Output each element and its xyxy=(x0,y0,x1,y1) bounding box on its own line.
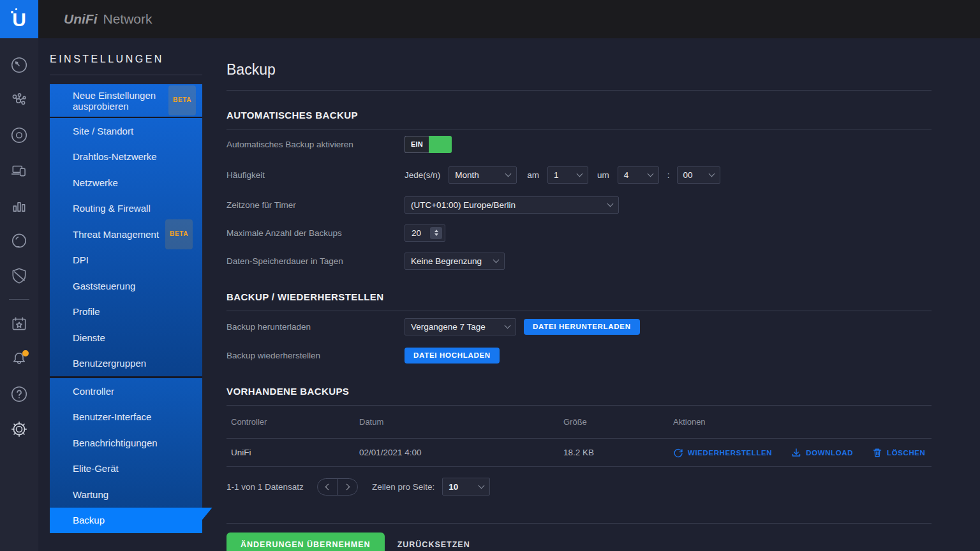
nav-item-threat-management[interactable]: Threat Management BETA xyxy=(50,221,202,247)
brand-unifi: UniFi xyxy=(64,11,98,27)
minute-select[interactable]: 00 xyxy=(677,166,720,184)
nav-item-wartung[interactable]: Wartung xyxy=(50,481,202,508)
chevron-down-icon xyxy=(607,200,614,207)
reset-button[interactable]: ZURÜCKSETZEN xyxy=(385,540,483,549)
nav-item-gaststeuerung[interactable]: Gaststeuerung xyxy=(50,273,202,299)
nav-item-netzwerke[interactable]: Netzwerke xyxy=(50,170,202,196)
backups-table-header: Controller Datum Größe Aktionen xyxy=(226,406,932,439)
auto-backup-enable-label: Automatisches Backup aktivieren xyxy=(226,140,405,149)
help-icon[interactable] xyxy=(0,376,38,411)
timezone-label: Zeitzone für Timer xyxy=(226,200,405,210)
devices-icon[interactable] xyxy=(0,117,38,152)
footer-actions: ÄNDERUNGEN ÜBERNEHMEN ZURÜCKSETZEN xyxy=(226,533,932,551)
step-up-icon xyxy=(434,230,438,232)
column-header-date: Datum xyxy=(359,417,563,427)
chevron-down-icon xyxy=(493,256,500,263)
settings-nav-menu: Neue Einstellungen ausprobieren BETA Sit… xyxy=(50,84,202,533)
nav-item-dienste[interactable]: Dienste xyxy=(50,325,202,351)
nav-section-1: Neue Einstellungen ausprobieren BETA Sit… xyxy=(50,84,202,376)
download-action-button[interactable]: DOWNLOAD xyxy=(791,448,853,458)
dashboard-icon[interactable] xyxy=(0,47,38,82)
icon-rail xyxy=(0,38,38,551)
at-label: um xyxy=(597,170,609,180)
section-heading-existing-backups: VORHANDENE BACKUPS xyxy=(226,386,932,397)
chevron-down-icon xyxy=(708,170,715,177)
nav-item-site-standort[interactable]: Site / Standort xyxy=(50,118,202,144)
nav-item-neue-einstellungen[interactable]: Neue Einstellungen ausprobieren BETA xyxy=(50,84,202,118)
nav-item-drahtlos-netzwerke[interactable]: Drahtlos-Netzwerke xyxy=(50,144,202,170)
nav-item-benachrichtigungen[interactable]: Benachrichtigungen xyxy=(50,430,202,456)
chevron-right-icon xyxy=(343,483,350,490)
logo-spark-icon xyxy=(15,8,17,10)
settings-title: EINSTELLUNGEN xyxy=(50,54,217,65)
nav-item-profile[interactable]: Profile xyxy=(50,299,202,325)
pagination-bar: 1-1 von 1 Datensatz Zeilen pro Seite: 10 xyxy=(226,478,932,496)
column-header-size: Größe xyxy=(563,417,673,427)
row-download-backup: Backup herunterladen Vergangene 7 Tage D… xyxy=(226,311,932,342)
time-separator: : xyxy=(667,170,670,180)
nav-item-benutzergruppen[interactable]: Benutzergruppen xyxy=(50,351,202,377)
restore-action-button[interactable]: WIEDERHERSTELLEN xyxy=(673,448,772,458)
number-stepper[interactable] xyxy=(430,227,442,239)
download-range-select[interactable]: Vergangene 7 Tage xyxy=(405,318,516,335)
divider xyxy=(226,523,932,524)
prev-page-button[interactable] xyxy=(318,479,338,495)
chevron-down-icon xyxy=(577,170,583,177)
chevron-down-icon xyxy=(479,482,485,489)
download-backup-label: Backup herunterladen xyxy=(226,322,405,332)
events-calendar-icon[interactable] xyxy=(0,306,38,341)
cell-size: 18.2 KB xyxy=(563,448,673,457)
nav-item-dpi[interactable]: DPI xyxy=(50,247,202,274)
chevron-down-icon xyxy=(505,322,511,328)
hour-select[interactable]: 4 xyxy=(618,166,659,184)
brand-product: Network xyxy=(103,11,152,27)
max-backups-input[interactable]: 20 xyxy=(405,224,445,242)
settings-gear-icon[interactable] xyxy=(0,411,38,446)
threat-shield-icon[interactable] xyxy=(0,258,38,293)
rows-per-page-label: Zeilen pro Seite: xyxy=(372,482,434,492)
auto-backup-toggle[interactable]: EIN xyxy=(405,136,452,153)
nav-item-benutzer-interface[interactable]: Benutzer-Interface xyxy=(50,404,202,430)
day-select[interactable]: 1 xyxy=(547,166,588,184)
delete-action-button[interactable]: LÖSCHEN xyxy=(872,448,925,458)
column-header-actions: Aktionen xyxy=(673,417,932,427)
nav-item-elite-geraet[interactable]: Elite-Gerät xyxy=(50,456,202,482)
alerts-bell-icon[interactable] xyxy=(0,341,38,376)
step-down-icon xyxy=(434,233,438,236)
topology-icon[interactable] xyxy=(0,82,38,117)
chevron-left-icon xyxy=(325,483,332,490)
unifi-logo-u: U xyxy=(12,9,26,31)
pager xyxy=(317,478,358,496)
timezone-select[interactable]: (UTC+01:00) Europe/Berlin xyxy=(405,196,619,214)
top-bar: U UniFi Network xyxy=(0,0,980,38)
unifi-logo[interactable]: U xyxy=(0,0,38,38)
divider xyxy=(226,90,932,91)
chevron-down-icon xyxy=(647,170,653,177)
row-timezone: Zeitzone für Timer (UTC+01:00) Europe/Be… xyxy=(226,191,932,219)
toggle-state-label: EIN xyxy=(405,136,429,153)
cell-actions: WIEDERHERSTELLEN DOWNLOAD LÖSCHEN xyxy=(673,448,932,458)
on-label: am xyxy=(527,170,539,180)
download-file-button[interactable]: DATEI HERUNTERLADEN xyxy=(524,319,640,335)
row-restore-backup: Backup wiederherstellen DATEI HOCHLADEN xyxy=(226,342,932,369)
nav-item-controller[interactable]: Controller xyxy=(50,378,202,404)
retention-select[interactable]: Keine Begrenzung xyxy=(405,253,505,270)
max-backups-label: Maximale Anzahl der Backups xyxy=(226,228,405,238)
table-row: UniFi 02/01/2021 4:00 18.2 KB WIEDERHERS… xyxy=(226,439,932,467)
main-content: Backup AUTOMATISCHES BACKUP Automatische… xyxy=(217,38,980,551)
insights-icon[interactable] xyxy=(0,223,38,258)
statistics-icon[interactable] xyxy=(0,187,38,223)
row-max-backups: Maximale Anzahl der Backups 20 xyxy=(226,219,932,247)
section-heading-auto-backup: AUTOMATISCHES BACKUP xyxy=(226,110,932,121)
clients-icon[interactable] xyxy=(0,152,38,187)
every-label: Jede(s/n) xyxy=(405,170,440,180)
upload-file-button[interactable]: DATEI HOCHLADEN xyxy=(405,348,500,364)
toggle-on-indicator xyxy=(429,136,452,153)
divider xyxy=(50,75,202,75)
frequency-unit-select[interactable]: Month xyxy=(449,166,517,184)
rows-per-page-select[interactable]: 10 xyxy=(442,478,490,496)
apply-changes-button[interactable]: ÄNDERUNGEN ÜBERNEHMEN xyxy=(226,533,385,551)
nav-item-backup[interactable]: Backup xyxy=(50,508,212,534)
next-page-button[interactable] xyxy=(338,479,357,495)
nav-item-routing-firewall[interactable]: Routing & Firewall xyxy=(50,196,202,222)
